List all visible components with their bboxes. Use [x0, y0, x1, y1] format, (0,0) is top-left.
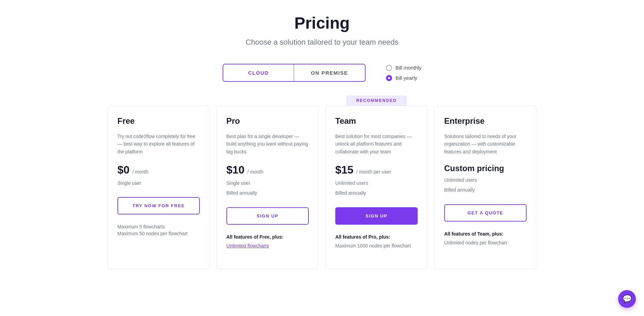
bill-monthly-option[interactable]: Bill monthly	[386, 65, 422, 71]
page-subtitle: Choose a solution tailored to your team …	[108, 38, 536, 47]
plans-section: RECOMMENDED Free Try out code2flow compl…	[108, 95, 536, 269]
plan-card-pro: Pro Best plan for a single developer — b…	[216, 106, 319, 269]
bill-monthly-label: Bill monthly	[396, 65, 422, 71]
price-amount-team: $15	[335, 164, 353, 176]
plan-name-team: Team	[335, 116, 418, 126]
price-amount-enterprise: Custom pricing	[444, 164, 504, 173]
free-cta-button[interactable]: TRY NOW FOR FREE	[117, 197, 200, 214]
plan-description-enterprise: Solutions tailored to needs of your orga…	[444, 133, 527, 155]
spacer-pro	[216, 95, 319, 106]
spacer-free	[108, 95, 210, 106]
plan-cta-free: TRY NOW FOR FREE	[117, 197, 200, 214]
billing-options: Bill monthly Bill yearly	[386, 65, 422, 81]
plan-price-enterprise: Custom pricing	[444, 164, 527, 173]
price-amount-pro: $10	[226, 164, 244, 176]
plan-user-info-team-1: Billed annually	[335, 189, 418, 197]
team-cta-button[interactable]: SIGN UP	[335, 207, 418, 225]
plan-price-pro: $10 / month	[226, 164, 309, 176]
plan-user-info-pro-0: Single user	[226, 179, 309, 187]
plan-type-toggle: CLOUD ON PREMISE	[223, 64, 366, 82]
plan-user-info-enterprise-0: Unlimited users	[444, 176, 527, 184]
pro-feature-0: Unlimited flowcharts	[226, 243, 309, 249]
plan-cta-enterprise: GET A QUOTE	[444, 204, 527, 222]
plan-user-info-team-0: Unlimited users	[335, 179, 418, 187]
plan-cta-team: SIGN UP	[335, 207, 418, 225]
on-premise-tab[interactable]: ON PREMISE	[294, 64, 365, 81]
price-period-pro: / month	[247, 169, 263, 175]
team-feature-0: Maximum 1000 nodes per flowchart	[335, 243, 418, 249]
plan-name-enterprise: Enterprise	[444, 116, 527, 126]
spacer-enterprise	[434, 95, 536, 106]
plan-card-team: Team Best solution for most companies — …	[325, 106, 428, 269]
free-feature-1: Maximum 50 nodes per flowchart	[117, 231, 200, 236]
enterprise-cta-button[interactable]: GET A QUOTE	[444, 204, 527, 222]
plan-description-team: Best solution for most companies — unloc…	[335, 133, 418, 155]
enterprise-features-header: All features of Team, plus:	[444, 231, 527, 237]
plan-name-pro: Pro	[226, 116, 309, 126]
plan-user-info-free: Single user	[117, 179, 200, 187]
page-title: Pricing	[108, 14, 536, 32]
price-amount-free: $0	[117, 164, 130, 176]
recommended-banner-row: RECOMMENDED	[108, 95, 536, 106]
enterprise-feature-0: Unlimited nodes per flowchart	[444, 240, 527, 245]
bill-yearly-label: Bill yearly	[396, 75, 417, 81]
recommended-banner-wrapper: RECOMMENDED	[325, 95, 428, 106]
plan-card-enterprise: Enterprise Solutions tailored to needs o…	[434, 106, 536, 269]
plan-price-team: $15 / month per user	[335, 164, 418, 176]
plan-name-free: Free	[117, 116, 200, 126]
plans-row: Free Try out code2flow completely for fr…	[108, 106, 536, 269]
plan-cta-pro: SIGN UP	[226, 207, 309, 225]
cloud-tab[interactable]: CLOUD	[223, 64, 294, 81]
team-features-header: All features of Pro, plus:	[335, 234, 418, 240]
price-period-team: / month per user	[356, 169, 391, 175]
recommended-badge: RECOMMENDED	[346, 95, 407, 106]
plan-description-pro: Best plan for a single developer — build…	[226, 133, 309, 155]
bill-monthly-radio[interactable]	[386, 65, 392, 71]
plan-card-free: Free Try out code2flow completely for fr…	[108, 106, 210, 269]
free-feature-0: Maximum 5 flowcharts	[117, 224, 200, 229]
pro-features-header: All features of Free, plus:	[226, 234, 309, 240]
plan-user-info-pro-1: Billed annually	[226, 189, 309, 197]
plan-description-free: Try out code2flow completely for free — …	[117, 133, 200, 155]
plan-price-free: $0 / month	[117, 164, 200, 176]
chat-icon: 💬	[623, 295, 632, 303]
bill-yearly-option[interactable]: Bill yearly	[386, 75, 422, 81]
pro-cta-button[interactable]: SIGN UP	[226, 207, 309, 225]
billing-toggle-section: CLOUD ON PREMISE Bill monthly Bill yearl…	[108, 64, 536, 82]
chat-bubble-button[interactable]: 💬	[618, 290, 636, 308]
plan-user-info-enterprise-1: Billed annually	[444, 186, 527, 194]
price-period-free: / month	[132, 169, 148, 175]
bill-yearly-radio[interactable]	[386, 75, 392, 81]
